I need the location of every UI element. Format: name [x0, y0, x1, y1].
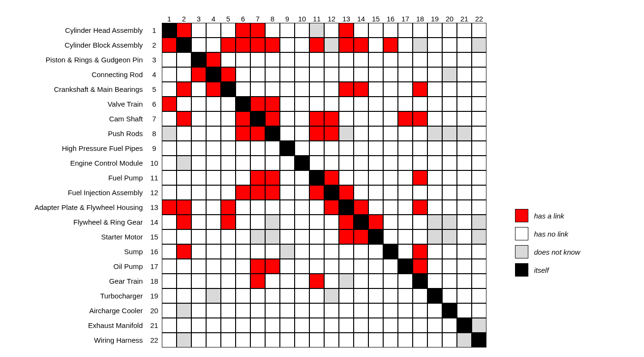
cell-14-3 [191, 215, 206, 229]
col-header-8: 8 [265, 10, 280, 23]
row-label-22: Wiring Harness [10, 336, 147, 344]
cell-11-1 [162, 170, 177, 185]
cell-21-6 [236, 318, 250, 333]
cell-2-4 [206, 38, 221, 52]
cell-21-8 [265, 318, 280, 333]
cell-16-3 [191, 244, 206, 259]
cell-16-6 [236, 244, 250, 259]
col-header-6: 6 [236, 10, 250, 23]
cell-16-7 [250, 244, 265, 259]
cell-14-21 [457, 215, 472, 229]
cell-10-8 [265, 156, 280, 170]
cell-21-1 [162, 318, 177, 333]
col-header-11: 11 [309, 10, 324, 23]
cell-15-19 [427, 229, 442, 244]
cell-7-21 [457, 111, 472, 126]
cell-14-15 [368, 215, 383, 229]
row-num-6: 6 [147, 100, 162, 108]
cell-1-20 [442, 23, 457, 38]
cell-20-15 [368, 303, 383, 318]
cell-4-21 [457, 67, 472, 82]
cell-2-18 [413, 38, 427, 52]
row-num-1: 1 [147, 26, 162, 34]
row-label-10: Engine Control Module [10, 159, 147, 167]
cell-9-3 [191, 141, 206, 156]
cell-13-7 [250, 200, 265, 215]
cell-10-21 [457, 156, 472, 170]
cell-12-15 [368, 185, 383, 200]
cell-7-2 [177, 111, 191, 126]
cell-16-20 [442, 244, 457, 259]
row-num-8: 8 [147, 129, 162, 138]
col-header-12: 12 [324, 10, 339, 23]
cell-19-12 [324, 288, 339, 303]
cell-2-21 [457, 38, 472, 52]
cell-19-6 [236, 288, 250, 303]
col-header-4: 4 [206, 10, 221, 23]
cell-7-19 [427, 111, 442, 126]
cell-20-7 [250, 303, 265, 318]
cell-16-17 [398, 244, 413, 259]
matrix-row-9: High Pressure Fuel Pipes9 [10, 141, 486, 156]
cell-2-17 [398, 38, 413, 52]
cell-13-6 [236, 200, 250, 215]
cell-15-17 [398, 229, 413, 244]
cell-12-10 [295, 185, 309, 200]
cell-2-20 [442, 38, 457, 52]
cell-15-6 [236, 229, 250, 244]
cell-6-10 [295, 97, 309, 111]
cell-16-19 [427, 244, 442, 259]
cell-6-9 [280, 97, 295, 111]
legend-swatch [515, 227, 528, 240]
cell-13-1 [162, 200, 177, 215]
cell-10-9 [280, 156, 295, 170]
cell-6-8 [265, 97, 280, 111]
legend-label: itself [534, 266, 549, 274]
col-header-9: 9 [280, 10, 295, 23]
cell-16-13 [339, 244, 354, 259]
cell-2-22 [472, 38, 486, 52]
cell-22-17 [398, 333, 413, 347]
cell-7-1 [162, 111, 177, 126]
cell-4-10 [295, 67, 309, 82]
cell-13-3 [191, 200, 206, 215]
row-label-7: Cam Shaft [10, 115, 147, 123]
cell-10-11 [309, 156, 324, 170]
cell-19-20 [442, 288, 457, 303]
cell-21-3 [191, 318, 206, 333]
cell-19-2 [177, 288, 191, 303]
cell-2-13 [339, 38, 354, 52]
cell-12-19 [427, 185, 442, 200]
cell-4-4 [206, 67, 221, 82]
cell-14-8 [265, 215, 280, 229]
cell-4-22 [472, 67, 486, 82]
cell-1-8 [265, 23, 280, 38]
cell-11-14 [354, 170, 368, 185]
matrix-row-10: Engine Control Module10 [10, 156, 486, 170]
cell-17-5 [221, 259, 236, 274]
cell-15-15 [368, 229, 383, 244]
cell-1-17 [398, 23, 413, 38]
cell-11-10 [295, 170, 309, 185]
cell-5-17 [398, 82, 413, 97]
cell-18-7 [250, 274, 265, 288]
cell-13-14 [354, 200, 368, 215]
row-num-19: 19 [147, 292, 162, 300]
cell-4-5 [221, 67, 236, 82]
cell-7-18 [413, 111, 427, 126]
dsm-matrix: 12345678910111213141516171819202122 Cyli… [10, 10, 486, 347]
cell-13-9 [280, 200, 295, 215]
cell-4-14 [354, 67, 368, 82]
cell-3-3 [191, 52, 206, 67]
row-label-2: Cylinder Block Assembly [10, 41, 147, 49]
cell-8-21 [457, 126, 472, 141]
cell-4-19 [427, 67, 442, 82]
cell-18-19 [427, 274, 442, 288]
row-num-4: 4 [147, 70, 162, 79]
cell-4-16 [383, 67, 398, 82]
cell-19-14 [354, 288, 368, 303]
cell-1-12 [324, 23, 339, 38]
cell-5-16 [383, 82, 398, 97]
cell-11-8 [265, 170, 280, 185]
cell-10-7 [250, 156, 265, 170]
